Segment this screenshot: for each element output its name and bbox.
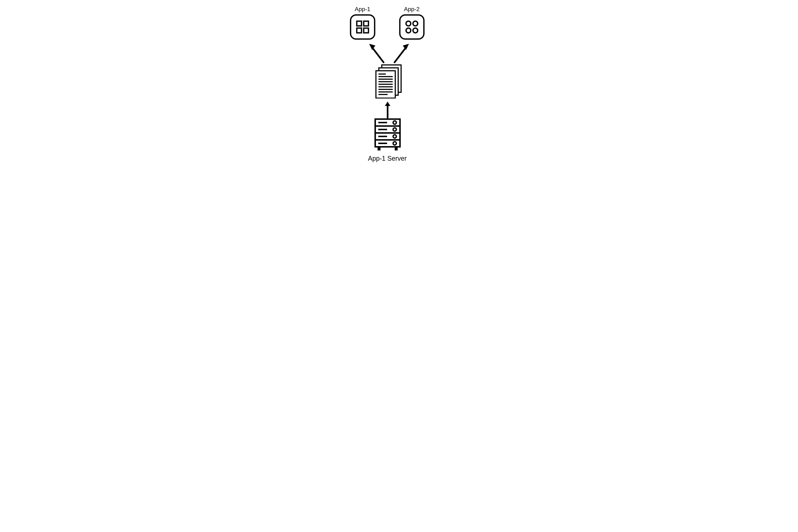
arrow-docs-to-app1 [368,42,386,65]
svg-rect-0 [350,15,375,39]
svg-rect-4 [364,28,368,33]
app2-label: App-2 [404,6,419,13]
arrow-docs-to-app2 [392,42,410,65]
svg-point-27 [393,121,396,124]
app-circles-icon [399,14,425,40]
svg-rect-3 [357,28,362,33]
svg-point-9 [413,28,418,33]
server-node [374,118,401,153]
documents-node [375,64,402,99]
diagram-canvas: App-1 App-2 App-1 Server [271,0,527,170]
documents-stack-icon [375,64,402,98]
app-squares-icon [349,14,376,40]
svg-rect-34 [378,147,380,150]
arrow-server-to-docs [384,101,391,119]
svg-marker-37 [369,44,375,50]
svg-rect-35 [395,147,398,150]
svg-point-8 [406,28,411,33]
svg-point-6 [406,21,411,26]
svg-rect-2 [364,21,368,26]
server-label: App-1 Server [368,155,406,162]
server-rack-icon [374,118,401,152]
svg-line-36 [372,47,384,62]
svg-rect-5 [400,15,424,39]
svg-point-31 [393,135,396,138]
svg-point-29 [393,128,396,131]
svg-rect-1 [357,21,362,26]
svg-marker-39 [403,44,409,50]
arrow-up-right-icon [392,42,410,64]
svg-marker-41 [385,101,390,106]
arrow-up-icon [384,101,391,118]
app1-label: App-1 [355,6,370,13]
app2-node [399,14,425,41]
svg-point-33 [393,142,396,145]
svg-line-38 [395,47,406,62]
arrow-up-left-icon [368,42,386,64]
svg-point-7 [413,21,418,26]
app1-node [349,14,376,41]
